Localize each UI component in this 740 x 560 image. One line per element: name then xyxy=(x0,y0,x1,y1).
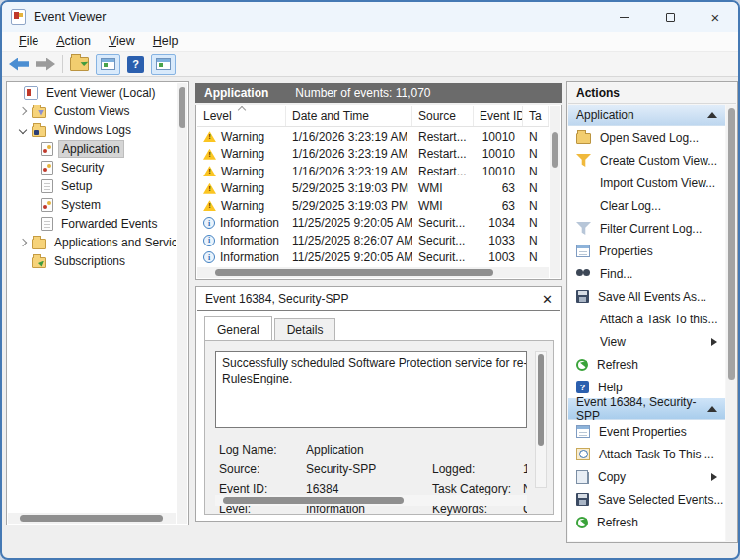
open-folder-icon xyxy=(576,133,591,144)
action-event-properties[interactable]: Event Properties xyxy=(568,420,725,443)
tree-item-setup[interactable]: Setup xyxy=(8,176,176,195)
actions-section-event[interactable]: Event 16384, Security-SPP xyxy=(568,398,725,420)
event-row[interactable]: iInformation 11/25/2025 9:20:05 AM Secur… xyxy=(197,249,549,267)
tab-general[interactable]: General xyxy=(204,316,272,340)
list-horizontal-scrollbar[interactable] xyxy=(197,267,549,278)
back-icon[interactable] xyxy=(9,58,29,71)
action-save-all-events-as[interactable]: Save All Events As... xyxy=(568,285,725,308)
tab-details[interactable]: Details xyxy=(274,318,336,342)
action-create-custom-view[interactable]: Create Custom View... xyxy=(568,149,725,172)
menu-view[interactable]: View xyxy=(100,33,144,50)
action-view[interactable]: View xyxy=(568,330,725,353)
tree-item-security[interactable]: Security xyxy=(8,158,176,176)
tree-item-application[interactable]: Application xyxy=(8,139,176,158)
tree-item-custom-views[interactable]: Custom Views xyxy=(8,102,176,120)
show-action-pane-toggle[interactable] xyxy=(151,54,176,75)
log-name-value: Application xyxy=(306,443,422,456)
close-icon: × xyxy=(711,10,720,25)
scrollbar-thumb[interactable] xyxy=(215,269,493,276)
tree-vertical-scrollbar[interactable] xyxy=(177,83,187,524)
event-description[interactable]: Successfully scheduled Software Protecti… xyxy=(215,351,527,428)
event-row[interactable]: Warning 1/16/2026 3:23:19 AM Restart... … xyxy=(197,163,549,180)
menubar: File Action View Help xyxy=(2,32,738,52)
action-attach-a-task[interactable]: Attach a Task To this... xyxy=(568,308,725,330)
close-button[interactable]: × xyxy=(693,2,738,32)
menu-file[interactable]: File xyxy=(10,33,47,50)
scrollbar-thumb[interactable] xyxy=(179,87,185,128)
menu-action[interactable]: Action xyxy=(47,33,100,50)
chevron-right-icon[interactable] xyxy=(19,106,27,114)
action-clear-log[interactable]: Clear Log... xyxy=(568,194,725,217)
event-viewer-app-icon xyxy=(11,9,26,25)
column-header-event-id[interactable]: Event ID xyxy=(474,106,523,126)
actions-section-application[interactable]: Application xyxy=(568,105,725,126)
information-icon: i xyxy=(203,251,215,263)
event-fields: Log Name: Application Source: Security-S… xyxy=(219,440,527,519)
action-refresh-event[interactable]: Refresh xyxy=(568,511,725,533)
action-filter-current-log[interactable]: Filter Current Log... xyxy=(568,217,725,240)
help-icon[interactable]: ? xyxy=(127,56,144,73)
log-summary-bar: Application Number of events: 11,070 xyxy=(195,83,562,103)
scrollbar-thumb[interactable] xyxy=(20,515,163,522)
tree-item-windows-logs[interactable]: Windows Logs xyxy=(8,120,176,139)
action-open-saved-log[interactable]: Open Saved Log... xyxy=(568,126,725,149)
save-icon xyxy=(576,493,589,506)
event-viewer-icon xyxy=(24,86,38,100)
event-row[interactable]: Warning 1/16/2026 3:23:19 AM Restart... … xyxy=(197,146,549,164)
tree-item-forwarded-events[interactable]: Forwarded Events xyxy=(8,214,176,233)
action-help[interactable]: ?Help xyxy=(568,376,725,398)
event-row[interactable]: Warning 5/29/2025 3:19:03 PM WMI 63 N xyxy=(197,180,549,198)
event-row[interactable]: iInformation 11/25/2025 8:26:07 AM Secur… xyxy=(197,232,549,249)
actions-vertical-scrollbar[interactable] xyxy=(726,105,737,541)
tree-item-subscriptions[interactable]: Subscriptions xyxy=(8,251,176,270)
tree-horizontal-scrollbar[interactable] xyxy=(8,513,176,524)
actions-pane: Actions Application Open Saved Log... Cr… xyxy=(566,81,738,543)
action-properties[interactable]: Properties xyxy=(568,240,725,262)
collapse-icon[interactable] xyxy=(707,406,717,412)
menu-help[interactable]: Help xyxy=(144,33,187,50)
description-vertical-scrollbar[interactable] xyxy=(535,351,547,488)
fields-horizontal-scrollbar[interactable] xyxy=(215,495,527,506)
scrollbar-thumb[interactable] xyxy=(728,108,735,380)
event-row[interactable]: iInformation 11/25/2025 9:20:05 AM Secur… xyxy=(197,215,549,233)
information-icon: i xyxy=(203,217,215,229)
collapse-icon[interactable] xyxy=(707,112,717,118)
minimize-button[interactable] xyxy=(602,2,647,32)
chevron-right-icon[interactable] xyxy=(19,238,27,245)
system-log-icon xyxy=(41,198,53,212)
column-header-date-time[interactable]: Date and Time xyxy=(286,106,412,126)
scrollbar-thumb[interactable] xyxy=(538,354,544,446)
chevron-down-icon[interactable] xyxy=(19,125,27,133)
list-vertical-scrollbar[interactable] xyxy=(550,106,560,278)
tree-item-applications-and-services[interactable]: Applications and Services Log xyxy=(8,233,176,251)
show-console-tree-toggle[interactable] xyxy=(96,54,120,75)
binoculars-icon xyxy=(576,269,591,283)
event-row[interactable]: Warning 1/16/2026 3:23:19 AM Restart... … xyxy=(197,128,549,146)
information-icon: i xyxy=(203,235,215,246)
close-preview-icon[interactable]: ✕ xyxy=(542,292,553,307)
tree-item-event-viewer-local[interactable]: Event Viewer (Local) xyxy=(8,83,176,102)
event-preview-title: Event 16384, Security-SPP xyxy=(205,292,348,306)
action-import-custom-view[interactable]: Import Custom View... xyxy=(568,172,725,194)
event-row[interactable]: Warning 5/29/2025 3:19:03 PM WMI 63 N xyxy=(197,197,549,215)
scrollbar-thumb[interactable] xyxy=(552,132,558,168)
action-save-selected-events[interactable]: Save Selected Events... xyxy=(568,488,725,511)
scrollbar-thumb[interactable] xyxy=(223,497,404,504)
event-rows: Warning 1/16/2026 3:23:19 AM Restart... … xyxy=(197,128,549,267)
minimize-icon xyxy=(620,17,629,18)
tree-item-system[interactable]: System xyxy=(8,195,176,214)
column-header-level[interactable]: Level xyxy=(197,106,286,126)
forward-icon[interactable] xyxy=(36,58,55,71)
warning-icon xyxy=(203,131,216,142)
event-id-value: 16384 xyxy=(306,482,422,496)
refresh-icon xyxy=(576,517,588,528)
column-header-task-category[interactable]: Ta xyxy=(523,106,549,126)
maximize-button[interactable] xyxy=(647,2,693,32)
column-header-source[interactable]: Source xyxy=(412,106,474,126)
action-refresh[interactable]: Refresh xyxy=(568,353,725,376)
action-attach-task-to-this[interactable]: Attach Task To This ... xyxy=(568,443,725,465)
action-copy[interactable]: Copy xyxy=(568,465,725,488)
open-saved-log-icon[interactable] xyxy=(70,57,89,71)
filter-icon xyxy=(576,154,591,167)
action-find[interactable]: Find... xyxy=(568,262,725,285)
